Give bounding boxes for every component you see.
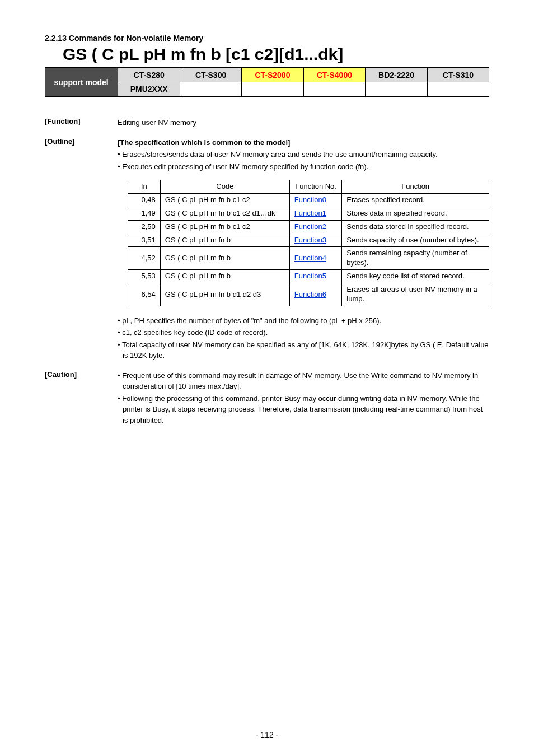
table-row: 0,48 GS ( C pL pH m fn b c1 c2 Function0… xyxy=(128,193,489,207)
support-model-label: support model xyxy=(45,68,118,96)
model-pmu2xxx: PMU2XXX xyxy=(118,82,180,97)
function-label: [Function] xyxy=(45,117,118,129)
table-row: 6,54 GS ( C pL pH m fn b d1 d2 d3 Functi… xyxy=(128,283,489,306)
model-cts300: CT-S300 xyxy=(180,68,242,82)
model-empty-5 xyxy=(427,82,489,97)
cell-fno: Function5 xyxy=(289,270,342,283)
model-bd22220: BD2-2220 xyxy=(366,68,428,82)
outline-after-0: • pL, PH specifies the number of bytes o… xyxy=(118,315,489,326)
function-table: fn Code Function No. Function 0,48 GS ( … xyxy=(128,180,489,306)
cell-code: GS ( C pL pH m fn b xyxy=(160,270,289,283)
outline-bullet-1: • Executes edit processing of user NV me… xyxy=(118,161,489,172)
table-row: 1,49 GS ( C pL pH m fn b c1 c2 d1…dk Fun… xyxy=(128,207,489,220)
cell-func: Erases all areas of user NV memory in a … xyxy=(342,283,489,306)
cell-code: GS ( C pL pH m fn b xyxy=(160,234,289,247)
command-title: GS ( C pL pH m fn b [c1 c2][d1...dk] xyxy=(63,45,489,64)
cell-func: Sends data stored in specified record. xyxy=(342,220,489,234)
model-empty-4 xyxy=(366,82,428,97)
model-cts4000: CT-S4000 xyxy=(303,68,366,82)
cell-fn: 4,52 xyxy=(128,247,161,270)
cell-fn: 6,54 xyxy=(128,283,161,306)
cell-fn: 2,50 xyxy=(128,220,161,234)
cell-func: Erases specified record. xyxy=(342,193,489,207)
cell-fn: 0,48 xyxy=(128,193,161,207)
th-code: Code xyxy=(160,180,289,194)
th-fno: Function No. xyxy=(289,180,342,194)
function3-link[interactable]: Function3 xyxy=(294,236,326,244)
model-cts280: CT-S280 xyxy=(118,68,180,82)
function-text: Editing user NV memory xyxy=(118,117,489,128)
cell-code: GS ( C pL pH m fn b xyxy=(160,247,289,270)
cell-fno: Function0 xyxy=(289,193,342,207)
table-row: 2,50 GS ( C pL pH m fn b c1 c2 Function2… xyxy=(128,220,489,234)
cell-fno: Function4 xyxy=(289,247,342,270)
support-model-table: support model CT-S280 CT-S300 CT-S2000 C… xyxy=(45,67,489,97)
caution-bullet-1: • Following the processing of this comma… xyxy=(118,393,489,426)
model-empty-1 xyxy=(180,82,242,97)
cell-fn: 5,53 xyxy=(128,270,161,283)
model-cts310: CT-S310 xyxy=(427,68,489,82)
cell-code: GS ( C pL pH m fn b d1 d2 d3 xyxy=(160,283,289,306)
function4-link[interactable]: Function4 xyxy=(294,254,326,262)
caution-bullet-0: • Frequent use of this command may resul… xyxy=(118,370,489,392)
cell-func: Stores data in specified record. xyxy=(342,207,489,220)
outline-heading: [The specification which is common to th… xyxy=(118,137,489,148)
model-empty-2 xyxy=(242,82,304,97)
outline-after-2: • Total capacity of user NV memory can b… xyxy=(118,339,489,361)
cell-code: GS ( C pL pH m fn b c1 c2 xyxy=(160,220,289,234)
function5-link[interactable]: Function5 xyxy=(294,272,326,280)
function0-link[interactable]: Function0 xyxy=(294,195,326,204)
function1-link[interactable]: Function1 xyxy=(294,209,326,217)
outline-after-1: • c1, c2 specifies key code (ID code of … xyxy=(118,327,489,338)
th-fn: fn xyxy=(128,180,161,194)
cell-code: GS ( C pL pH m fn b c1 c2 xyxy=(160,193,289,207)
model-empty-3 xyxy=(303,82,366,97)
cell-func: Sends key code list of stored record. xyxy=(342,270,489,283)
cell-func: Sends capacity of use (number of bytes). xyxy=(342,234,489,247)
cell-fno: Function1 xyxy=(289,207,342,220)
cell-func: Sends remaining capacity (number of byte… xyxy=(342,247,489,270)
model-cts2000: CT-S2000 xyxy=(242,68,304,82)
table-row: 3,51 GS ( C pL pH m fn b Function3 Sends… xyxy=(128,234,489,247)
function2-link[interactable]: Function2 xyxy=(294,222,326,231)
cell-code: GS ( C pL pH m fn b c1 c2 d1…dk xyxy=(160,207,289,220)
th-func: Function xyxy=(342,180,489,194)
cell-fno: Function3 xyxy=(289,234,342,247)
caution-label: [Caution] xyxy=(45,370,118,427)
section-heading: 2.2.13 Commands for Non-volatile Memory xyxy=(45,34,489,43)
cell-fno: Function2 xyxy=(289,220,342,234)
cell-fn: 1,49 xyxy=(128,207,161,220)
cell-fn: 3,51 xyxy=(128,234,161,247)
cell-fno: Function6 xyxy=(289,283,342,306)
table-row: 4,52 GS ( C pL pH m fn b Function4 Sends… xyxy=(128,247,489,270)
function6-link[interactable]: Function6 xyxy=(294,290,326,298)
page-number: - 112 - xyxy=(0,730,534,739)
outline-bullet-0: • Erases/stores/sends data of user NV me… xyxy=(118,149,489,160)
table-row: 5,53 GS ( C pL pH m fn b Function5 Sends… xyxy=(128,270,489,283)
outline-label: [Outline] xyxy=(45,137,118,362)
